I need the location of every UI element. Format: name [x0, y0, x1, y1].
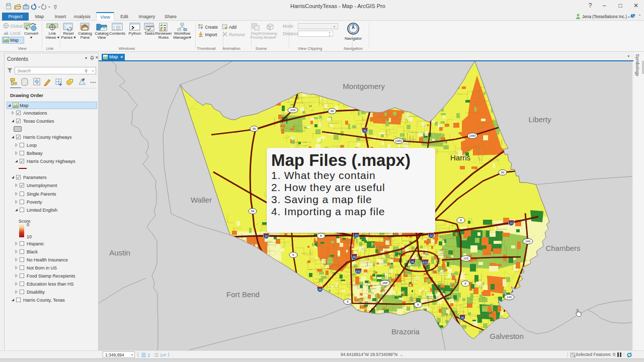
svg-text:249: 249	[290, 109, 296, 112]
svg-text:69: 69	[353, 255, 356, 258]
svg-text:Austin: Austin	[109, 248, 130, 257]
svg-text:Liberty: Liberty	[528, 115, 551, 124]
svg-text:99: 99	[253, 127, 256, 130]
svg-text:1960: 1960	[469, 134, 476, 137]
svg-text:Montgomery: Montgomery	[343, 82, 385, 90]
svg-text:69: 69	[318, 288, 321, 291]
svg-text:45: 45	[461, 316, 464, 319]
svg-text:288: 288	[382, 282, 388, 285]
svg-text:90: 90	[501, 171, 505, 174]
svg-text:10: 10	[430, 234, 433, 237]
svg-text:Harris: Harris	[450, 153, 470, 162]
svg-text:10: 10	[265, 235, 268, 238]
svg-text:1960: 1960	[395, 139, 402, 142]
svg-text:225: 225	[463, 257, 469, 260]
svg-text:610: 610	[356, 270, 361, 273]
svg-text:Chambers: Chambers	[545, 244, 580, 252]
svg-text:Waller: Waller	[191, 196, 212, 204]
svg-text:45: 45	[363, 129, 366, 132]
svg-text:Galveston: Galveston	[490, 332, 524, 340]
svg-text:610: 610	[423, 261, 428, 264]
svg-text:10: 10	[510, 222, 513, 225]
svg-text:99: 99	[331, 110, 334, 113]
svg-text:146: 146	[525, 240, 531, 243]
svg-text:99: 99	[251, 210, 255, 213]
svg-text:146: 146	[507, 296, 512, 299]
svg-text:10: 10	[355, 234, 358, 237]
svg-text:45: 45	[411, 260, 414, 263]
svg-text:Brazoria: Brazoria	[391, 327, 420, 336]
svg-text:Fort Bend: Fort Bend	[226, 290, 260, 299]
